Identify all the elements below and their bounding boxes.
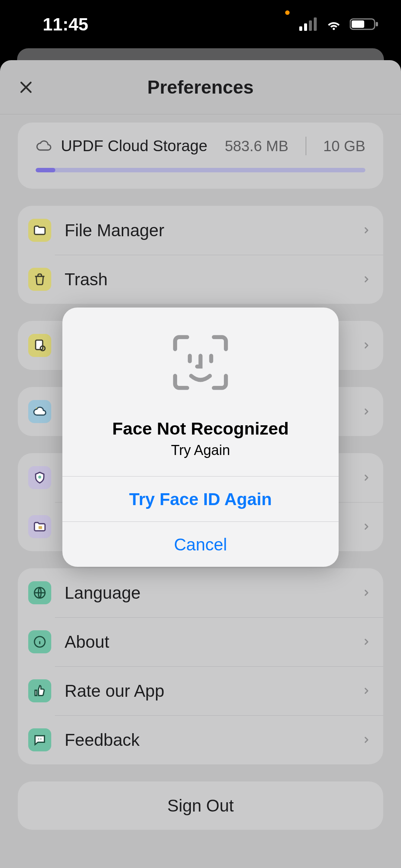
svg-rect-6 [376,22,378,26]
status-bar: 11:45 [0,0,401,48]
face-id-icon [77,329,324,396]
page-title: Preferences [147,77,254,98]
svg-point-10 [38,475,41,478]
chevron-right-icon [362,404,371,419]
row-rate-app[interactable]: Rate our App [18,666,383,715]
row-about[interactable]: About [18,617,383,666]
row-label: About [65,632,348,652]
chevron-right-icon [362,732,371,747]
sign-out-button[interactable]: Sign Out [18,781,383,830]
sign-out-label: Sign Out [167,796,234,816]
document-icon [28,334,51,357]
chevron-right-icon [362,634,371,649]
row-language[interactable]: Language [18,568,383,617]
trash-icon [28,268,51,291]
svg-rect-7 [36,340,43,350]
svg-rect-3 [314,17,317,31]
close-icon [18,79,34,95]
button-label: Try Face ID Again [129,489,272,509]
chevron-right-icon [362,519,371,534]
recording-dot-icon [285,10,290,15]
svg-rect-11 [39,526,42,529]
cloud-storage-card[interactable]: UPDF Cloud Storage 583.6 MB 10 GB [18,123,383,189]
cloud-sun-icon [28,400,51,423]
cancel-button[interactable]: Cancel [62,521,339,567]
thumbs-up-icon [28,679,51,702]
chevron-right-icon [362,272,371,287]
alert-body: Face Not Recognized Try Again [62,308,339,476]
status-time: 11:45 [43,14,88,35]
cellular-icon [299,17,318,31]
try-face-id-again-button[interactable]: Try Face ID Again [62,476,339,521]
storage-used: 583.6 MB [225,138,288,155]
close-button[interactable] [16,77,36,98]
alert-message: Try Again [77,442,324,458]
chevron-right-icon [362,338,371,353]
chevron-right-icon [362,585,371,600]
globe-icon [28,581,51,604]
svg-rect-0 [299,26,302,31]
folder-lock-icon [28,515,51,538]
status-indicators [299,17,379,31]
row-label: Trash [65,269,348,289]
chat-icon [28,728,51,751]
row-label: Language [65,583,348,603]
alert-title: Face Not Recognized [77,418,324,439]
row-feedback[interactable]: Feedback [18,715,383,764]
chevron-right-icon [362,683,371,698]
row-label: File Manager [65,220,348,240]
row-label: Rate our App [65,681,348,701]
storage-progress-fill [36,168,55,172]
storage-total: 10 GB [323,138,365,155]
battery-icon [350,17,379,31]
wifi-icon [325,17,343,31]
row-file-manager[interactable]: File Manager [18,206,383,255]
svg-rect-1 [304,23,307,31]
sheet-header: Preferences [0,60,401,114]
files-group: File Manager Trash [18,206,383,304]
button-label: Cancel [174,534,227,555]
info-icon [28,630,51,653]
cloud-icon [36,138,52,154]
divider [306,137,306,155]
info-group: Language About Rate [18,568,383,764]
shield-icon [28,466,51,489]
svg-rect-2 [309,20,312,31]
folder-icon [28,219,51,242]
row-label: Feedback [65,730,348,750]
storage-progress-track [36,168,365,172]
storage-label: UPDF Cloud Storage [61,137,216,155]
chevron-right-icon [362,470,371,485]
row-trash[interactable]: Trash [18,255,383,304]
storage-row: UPDF Cloud Storage 583.6 MB 10 GB [36,137,365,155]
face-id-alert: Face Not Recognized Try Again Try Face I… [62,308,339,567]
chevron-right-icon [362,223,371,238]
svg-rect-5 [352,20,364,28]
